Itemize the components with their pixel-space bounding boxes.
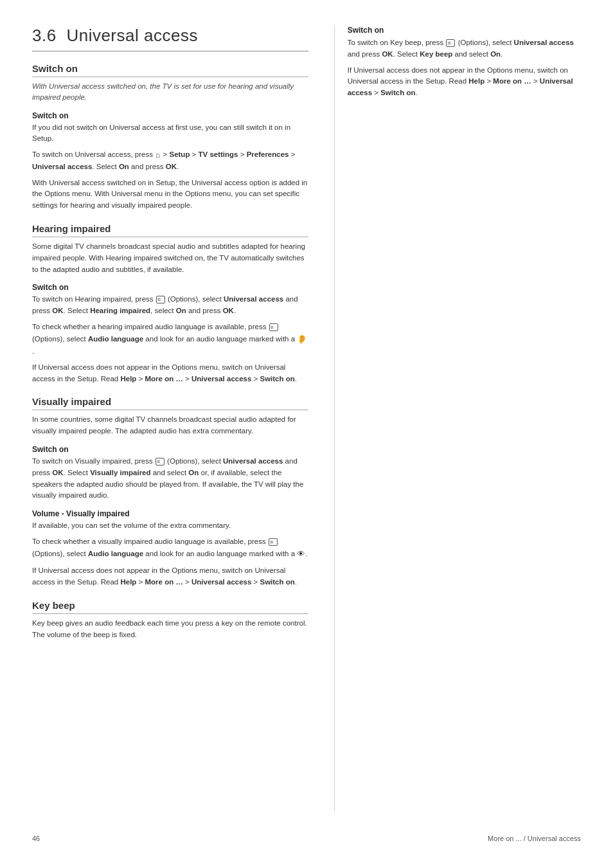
sub-switch-on-2: Switch on bbox=[32, 283, 308, 292]
section-key-beep: Key beep bbox=[32, 600, 308, 614]
main-title: 3.6 Universal access bbox=[32, 26, 308, 51]
section2-para2: To switch on Hearing impaired, press (Op… bbox=[32, 294, 308, 317]
options-icon-5 bbox=[446, 39, 455, 47]
home-icon: ⌂ bbox=[155, 149, 160, 161]
section4-para1: Key beep gives an audio feedback each ti… bbox=[32, 618, 308, 641]
section3-para5: If Universal access does not appear in t… bbox=[32, 565, 308, 588]
footer: 46 More on ... / Universal access bbox=[32, 829, 581, 842]
section1-para3: With Universal access switched on in Set… bbox=[32, 177, 308, 212]
footer-page-number: 46 bbox=[32, 835, 40, 842]
page: 3.6 Universal access Switch on With Univ… bbox=[0, 0, 613, 868]
footer-right-text: More on ... / Universal access bbox=[488, 835, 581, 842]
title-text: Universal access bbox=[66, 26, 198, 45]
section3-para2: To switch on Visually impaired, press (O… bbox=[32, 456, 308, 502]
sub-switch-on-1: Switch on bbox=[32, 111, 308, 120]
section3-para4: To check whether a visually impaired aud… bbox=[32, 536, 308, 561]
right-para2: If Universal access does not appear in t… bbox=[348, 65, 581, 99]
options-icon-3 bbox=[155, 458, 164, 466]
section2-para4: If Universal access does not appear in t… bbox=[32, 362, 308, 385]
section-switch-on: Switch on bbox=[32, 63, 308, 77]
sub-switch-on-3: Switch on bbox=[32, 445, 308, 454]
section2-para3: To check whether a hearing impaired audi… bbox=[32, 321, 308, 357]
section2-para1: Some digital TV channels broadcast speci… bbox=[32, 241, 308, 275]
section1-intro: With Universal access switched on, the T… bbox=[32, 81, 308, 104]
sub-volume-visually: Volume - Visually impaired bbox=[32, 509, 308, 518]
section-visually-impaired: Visually impaired bbox=[32, 396, 308, 410]
right-column: Switch on To switch on Key beep, press (… bbox=[334, 26, 581, 810]
section1-para1: If you did not switch on Universal acces… bbox=[32, 122, 308, 145]
ear-icon: 👂 bbox=[297, 333, 307, 346]
section1-para2: To switch on Universal access, press ⌂ >… bbox=[32, 149, 308, 172]
section3-para3: If available, you can set the volume of … bbox=[32, 520, 308, 532]
options-icon-4 bbox=[269, 538, 278, 546]
section3-para1: In some countries, some digital TV chann… bbox=[32, 414, 308, 437]
options-icon-1 bbox=[156, 296, 165, 303]
content-area: 3.6 Universal access Switch on With Univ… bbox=[32, 26, 581, 810]
options-icon-2 bbox=[269, 323, 278, 331]
left-column: 3.6 Universal access Switch on With Univ… bbox=[32, 26, 334, 810]
title-number: 3.6 bbox=[32, 26, 57, 45]
right-sub-switch-on: Switch on bbox=[348, 26, 581, 35]
eye-icon: 👁 bbox=[297, 548, 305, 561]
right-para1: To switch on Key beep, press (Options), … bbox=[348, 37, 581, 60]
section-hearing-impaired: Hearing impaired bbox=[32, 223, 308, 237]
